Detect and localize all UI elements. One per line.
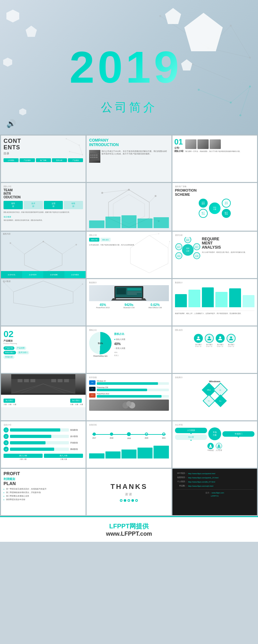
step-1: 1 策划阶段 [4,427,83,433]
req-header: 需求分析 [175,234,254,236]
pie-subtitle: Shareholding ratio [89,355,112,357]
svg-point-22 [82,154,83,155]
slide-pie-chart: 股权占比 51% Shareholding ratio 股权占比 ■ 创始人持股… [87,326,171,373]
contents-item-1: 公司/团队 [4,158,19,162]
chip-product-2: 产品优势 [15,346,26,350]
op-label-2: 人力主管 [216,450,222,451]
step-bar-fill-4 [10,448,54,451]
input-sub-1: 大量·大量 [4,458,43,460]
diamond-2: PS [203,394,215,407]
svg-point-40 [155,195,157,197]
svg-rect-90 [30,379,35,382]
sw-bar-fill-windows [97,382,158,385]
timeline-item-3: 2019 [127,433,131,439]
svg-line-69 [73,284,82,292]
thanks-dot-2 [124,499,126,502]
step-text-3: 开发阶段 [70,442,83,444]
sw-bar-fill-ps [97,389,147,391]
team-body-text: 团队成员来自各行各业，具备丰富的实践经验和专业技能，能够为客户提供全方位的服务支… [4,211,83,214]
svg-rect-27 [94,154,96,156]
speaker-icon: 🔊 [6,119,16,128]
sw-bar-ppt [97,395,169,398]
office-layout: 人力资源 办公室 市场方案 市场部门 [175,427,254,440]
svg-text:规划: 规划 [177,255,180,257]
svg-text:需求: 需求 [186,247,189,249]
building-lower-text: 加入我们 大量・大量・大量 加入我们 大量・大量・大量 [1,395,86,407]
input-label-1: 插入人物 [4,454,43,458]
person-4: 加入我们Enter Us [227,334,236,347]
person-label-1: 加入我们Enter Us [194,343,203,347]
diamond-title: Windows [175,380,254,383]
product-row-3: 市场分析 [4,355,83,359]
slide-company-intro: COMPANYINTRODUCTION [87,136,171,182]
link-people: 个人简历： http://www.lfppt.com/jlb_07.html [176,480,254,483]
team-intro-title: TEAMINTRODUCTION [4,188,83,199]
sw-photo [89,400,169,411]
team-box-4: 销售部 [64,201,83,209]
promo-title: PROMOTIONSCHEME [175,188,254,197]
step-bar-3 [10,441,69,444]
profit-item-1: 第一季度目标完成情况良好，各项指标均有提升 [4,488,83,490]
input-boxes: 插入人物 大量·大量 插入人物 大量·大量 [4,454,83,460]
thanks-dot-3 [128,499,130,502]
svg-rect-77 [127,293,137,294]
svg-line-19 [70,152,82,155]
people-label: 个人简历： [176,480,187,483]
svg-rect-31 [94,157,96,158]
team-num-01: 01 [174,137,183,146]
speech-bubble-3: 市场部门 [222,431,254,437]
infographic-header: 流程介绍 [4,424,83,426]
svg-point-23 [69,151,70,152]
svg-rect-25 [90,154,92,156]
sw-item-ps: PS Photoshop CS6 [89,386,169,391]
geo-main [184,13,223,51]
hero-year: 2019 [70,41,182,93]
slide-infographic: 流程介绍 1 策划阶段 2 设计阶段 3 开发阶段 [1,421,86,468]
team-box-3: 运营部 [44,201,63,209]
svg-text:执行: 执行 [177,246,180,248]
svg-line-68 [4,283,13,292]
company-text: 我们公司成立于2010年，专注于提供高质量的技术解决方案。我们的团队由经验丰富的… [102,150,169,164]
svg-line-51 [168,242,170,248]
svg-point-15 [249,86,251,87]
building-icon [89,150,100,163]
contents-item-2: 产品/服务 [20,158,35,162]
office-people: 市场总监 人力主管 [175,443,254,451]
speech-bubble-2: 办公室 [175,434,207,440]
req-circles-visual: 需求 分析 服务 用户 合规 执行 规划 [175,237,201,263]
svg-rect-30 [92,157,94,158]
link-ppt: PPT简历： http://www.lfppt.com/pptmb.html [176,472,254,475]
people-header: 团队成员 [175,329,254,331]
timeline-dots: 2017 2018 2019 2020 2021 [89,433,169,439]
team-box-1: 领导层 [4,201,23,209]
brand-name: www.lfppt.com [212,492,224,494]
pie-header: 股权占比 [89,329,169,331]
svg-marker-49 [130,235,168,273]
tbar-2 [105,451,121,458]
svg-rect-32 [96,157,97,158]
team-photos [185,139,255,149]
svg-rect-92 [58,379,62,382]
promo-circle-4: 数字营销 [222,209,231,218]
svg-point-81 [230,336,232,338]
bar-3 [202,287,214,307]
join-btn-1: 加入我们 [4,399,15,403]
join-btn-2: 加入我们 [70,399,82,403]
svg-rect-89 [24,379,29,382]
svg-line-18 [79,145,82,155]
photo-url: http://www.lfppt.com/pptmb_14.html [188,477,219,479]
step-num-3: 3 [4,440,9,445]
svg-text:服务: 服务 [186,239,189,241]
profit-items: 第一季度目标完成情况良好，各项指标均有提升 第二季度继续保持增长势头，开拓新市场… [4,488,83,501]
svg-point-47 [76,244,77,245]
slide-links: PPT简历： http://www.lfppt.com/pptmb.html 创… [172,469,257,515]
step-bar-fill-3 [10,441,46,444]
slide-geo-4: 统计数据 [1,279,86,326]
num-02: 02 [4,329,83,339]
svg-point-46 [10,242,11,244]
footer-title: LFPPT网提供 [109,522,149,531]
product-row-1: 产品介绍 产品优势 [4,346,83,350]
input-col-2: 插入人物 大量·大量 [44,454,83,460]
profit-item-2: 第二季度继续保持增长势头，开拓新市场 [4,491,83,494]
svg-rect-74 [116,288,126,294]
